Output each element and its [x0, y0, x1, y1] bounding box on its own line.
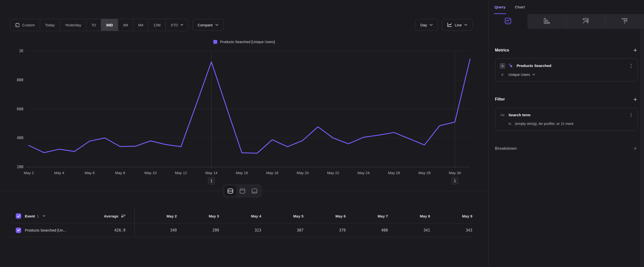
scrollbar-gutter[interactable] [640, 29, 644, 267]
compare-button[interactable]: Compare [192, 19, 224, 31]
split-view-button[interactable] [224, 185, 236, 196]
column-header-may-4[interactable]: May 4 [219, 214, 261, 218]
range-label: 30D [106, 23, 113, 27]
chevron-down-icon [430, 24, 433, 26]
view-toggle [223, 184, 262, 198]
metric-card-row2: # Unique Users [500, 73, 633, 77]
svg-text:May 14: May 14 [206, 171, 218, 175]
range-12m[interactable]: 12M [148, 19, 166, 31]
day-value-cell: 349 [134, 228, 177, 232]
tab-insights[interactable] [488, 14, 528, 29]
tab-query[interactable]: Query [494, 0, 506, 14]
filter-menu-icon[interactable] [629, 112, 633, 118]
toolbar-right: Day Line [415, 19, 472, 31]
filter-card[interactable]: Aa Search term Is (empty string), Air pu… [495, 108, 638, 131]
tab-flows[interactable] [566, 14, 605, 29]
day-value-cell: 343 [430, 228, 472, 232]
range-6m[interactable]: 6M [133, 19, 148, 31]
svg-text:May 6: May 6 [84, 171, 95, 175]
range-label: 3M [123, 23, 128, 27]
range-custom[interactable]: Custom [10, 19, 40, 31]
column-header-may-8[interactable]: May 8 [388, 214, 430, 218]
tab-chart[interactable]: Chart [515, 0, 525, 14]
filter-card-row2: Is (empty string), Air purifier, or 11 m… [500, 122, 633, 126]
metrics-section-header: Metrics + [495, 48, 638, 53]
svg-text:May 20: May 20 [297, 171, 309, 175]
event-count: 1 [37, 214, 39, 218]
filter-operator[interactable]: Is [508, 122, 511, 126]
range-label: 6M [138, 23, 143, 27]
column-header-may-2[interactable]: May 2 [134, 214, 177, 218]
event-selector[interactable]: Event 1 [10, 213, 79, 219]
calendar-icon [15, 23, 20, 27]
column-header-may-6[interactable]: May 6 [304, 214, 346, 218]
svg-text:May 24: May 24 [358, 171, 370, 175]
metric-menu-icon[interactable] [629, 63, 633, 69]
compare-label: Compare [198, 23, 213, 27]
sidebar-content: Metrics + A Products Searched # Unique U… [488, 48, 644, 151]
range-today[interactable]: Today [40, 19, 60, 31]
range-label: 7D [91, 23, 96, 27]
column-header-may-5[interactable]: May 5 [261, 214, 304, 218]
metric-card[interactable]: A Products Searched # Unique Users [495, 58, 638, 82]
filter-section-header: Filter + [495, 97, 638, 102]
chevron-down-icon [42, 215, 45, 217]
day-value-cell: 307 [261, 228, 304, 232]
table-header-row: Event 1 Average May 2May 3May 4May 5May … [10, 209, 472, 223]
range-30d[interactable]: 30D [101, 19, 118, 31]
chart-only-view-button[interactable] [236, 185, 248, 196]
filter-property-name: Search term [508, 113, 530, 117]
events-table: Event 1 Average May 2May 3May 4May 5May … [10, 209, 472, 237]
tab-retention[interactable] [605, 14, 644, 29]
measure-selector[interactable]: Unique Users [508, 73, 535, 77]
line-chart-icon [447, 23, 452, 27]
add-metric-button[interactable]: + [633, 48, 638, 53]
table-only-view-button[interactable] [248, 185, 260, 196]
svg-text:May 12: May 12 [175, 171, 187, 175]
column-header-may-3[interactable]: May 3 [177, 214, 219, 218]
granularity-label: Day [420, 23, 427, 27]
svg-text:1K: 1K [19, 49, 23, 53]
granularity-button[interactable]: Day [415, 19, 438, 31]
add-breakdown-button[interactable]: + [633, 146, 638, 151]
filter-value[interactable]: (empty string), Air purifier, or 11 more [515, 122, 574, 126]
svg-text:May 16: May 16 [236, 171, 248, 175]
svg-text:800: 800 [17, 78, 23, 82]
report-main: CustomTodayYesterday7D30D3M6M12MXTD Comp… [0, 0, 488, 267]
average-column-header[interactable]: Average [79, 209, 134, 223]
string-property-icon: Aa [500, 113, 505, 117]
app-root: CustomTodayYesterday7D30D3M6M12MXTD Comp… [0, 0, 644, 267]
svg-text:600: 600 [17, 107, 23, 111]
series-checkbox[interactable] [16, 228, 21, 233]
table-row: Products Searched [Un... 426.9 349299323… [10, 223, 472, 237]
event-label: Event [25, 214, 35, 218]
range-label: XTD [170, 23, 178, 27]
chevron-down-icon [532, 74, 535, 76]
tab-funnels[interactable] [528, 14, 566, 29]
chart-type-button[interactable]: Line [442, 19, 472, 31]
measure-label: Unique Users [508, 73, 530, 77]
svg-text:May 30: May 30 [449, 171, 461, 175]
range-7d[interactable]: 7D [86, 19, 101, 31]
range-label: 12M [153, 23, 160, 27]
chart-type-label: Line [455, 23, 462, 27]
report-toolbar: CustomTodayYesterday7D30D3M6M12MXTD Comp… [10, 19, 472, 31]
series-row-selector[interactable]: Products Searched [Un... [10, 228, 79, 233]
line-chart[interactable]: 2004006008001KMay 2May 4May 6May 8May 10… [0, 46, 488, 193]
event-group-checkbox[interactable] [16, 213, 21, 219]
range-xtd[interactable]: XTD [166, 19, 188, 31]
metrics-title: Metrics [495, 48, 509, 53]
add-filter-button[interactable]: + [633, 97, 638, 102]
breakdown-title: Breakdown [495, 146, 517, 151]
range-3m[interactable]: 3M [118, 19, 133, 31]
range-yesterday[interactable]: Yesterday [60, 19, 86, 31]
toolbar-left: CustomTodayYesterday7D30D3M6M12MXTD Comp… [10, 19, 224, 31]
svg-text:400: 400 [17, 136, 23, 140]
column-header-may-9[interactable]: May 9 [430, 214, 472, 218]
column-header-may-7[interactable]: May 7 [346, 214, 388, 218]
svg-text:May 26: May 26 [388, 171, 400, 175]
filter-card-row1: Aa Search term [500, 112, 633, 118]
retention-icon [621, 18, 628, 25]
day-value-cell: 379 [304, 228, 346, 232]
chart-legend[interactable]: Products Searched [Unique Users] [0, 40, 488, 44]
